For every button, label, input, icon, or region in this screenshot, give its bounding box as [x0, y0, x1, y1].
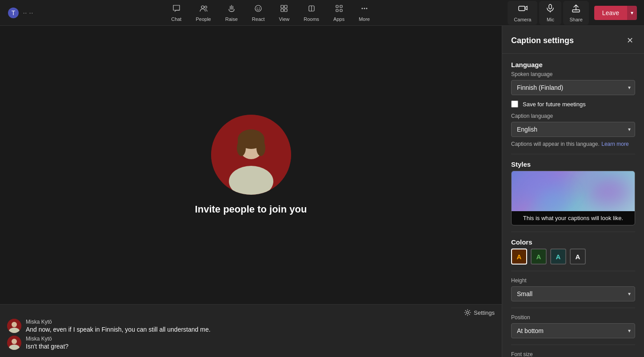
- caption-content-2: Miska Kytö Isn't that great?: [26, 336, 68, 350]
- avatar-image: [211, 115, 291, 195]
- nav-raise[interactable]: Raise: [219, 1, 244, 24]
- rooms-icon: [307, 4, 316, 15]
- svg-rect-10: [284, 9, 287, 12]
- position-select[interactable]: At bottom At top: [511, 323, 635, 338]
- spoken-language-select[interactable]: Finnish (Finland) English Spanish French…: [511, 80, 635, 95]
- more-icon: [360, 4, 369, 15]
- topbar-right: Camera Mic Share Leave ▾: [508, 1, 637, 25]
- font-size-section: Font size: [511, 351, 635, 357]
- svg-text:T: T: [12, 9, 16, 16]
- color-btn-white[interactable]: A: [570, 249, 586, 265]
- caption-language-wrapper: English Finnish Spanish French German ▾: [511, 122, 635, 137]
- captions-note-text: Captions will appear in this language.: [511, 141, 600, 147]
- divider-4: [511, 308, 635, 308]
- topbar-title: ·· ··: [23, 9, 33, 16]
- colors-section: Colors A A A A: [511, 238, 635, 265]
- spoken-language-wrapper: Finnish (Finland) English Spanish French…: [511, 80, 635, 95]
- caption-user-avatar-1: [7, 319, 21, 333]
- nav-more[interactable]: More: [352, 1, 376, 24]
- leave-chevron-button[interactable]: ▾: [627, 6, 637, 20]
- svg-point-3: [204, 6, 207, 8]
- color-btn-orange[interactable]: A: [511, 249, 527, 265]
- nav-chat-label: Chat: [171, 16, 181, 22]
- nav-apps[interactable]: Apps: [327, 1, 351, 24]
- nav-people-label: People: [196, 16, 211, 22]
- share-icon: [571, 4, 581, 16]
- svg-rect-13: [340, 5, 342, 8]
- captions-header: Settings: [7, 309, 495, 316]
- svg-point-16: [361, 8, 363, 9]
- height-label: Height: [511, 277, 635, 284]
- save-future-checkbox[interactable]: [511, 100, 518, 108]
- svg-point-29: [256, 140, 265, 156]
- nav-camera[interactable]: Camera: [508, 1, 537, 25]
- nav-people[interactable]: People: [189, 1, 217, 24]
- caption-language-field: Caption language English Finnish Spanish…: [511, 113, 635, 137]
- nav-camera-label: Camera: [514, 17, 531, 22]
- captions-settings-button[interactable]: Settings: [464, 309, 495, 316]
- nav-react[interactable]: React: [246, 1, 271, 24]
- divider-5: [511, 345, 635, 345]
- learn-more-link[interactable]: Learn more: [601, 141, 628, 147]
- preview-image: [512, 171, 635, 211]
- video-content: Invite people to join you: [0, 26, 502, 304]
- caption-row-2: Miska Kytö Isn't that great?: [7, 336, 495, 350]
- settings-label: Settings: [474, 309, 495, 316]
- caption-settings-panel: Caption settings ✕ Language Spoken langu…: [502, 26, 644, 357]
- panel-header: Caption settings ✕: [502, 26, 644, 54]
- view-icon: [280, 4, 288, 15]
- nav-share[interactable]: Share: [563, 1, 588, 25]
- height-wrapper: Small Medium Large ▾: [511, 286, 635, 301]
- captions-bar: Settings Miska Kytö And now, even if I s…: [0, 304, 502, 357]
- language-section-title: Language: [511, 61, 635, 68]
- preview-caption-text: This is what your captions will look lik…: [512, 211, 635, 225]
- nav-more-label: More: [359, 16, 370, 22]
- svg-rect-8: [284, 5, 287, 8]
- nav-view[interactable]: View: [273, 1, 296, 24]
- nav-raise-label: Raise: [225, 16, 238, 22]
- svg-point-32: [12, 322, 17, 327]
- height-select[interactable]: Small Medium Large: [511, 286, 635, 301]
- nav-share-label: Share: [569, 17, 582, 22]
- divider-3: [511, 271, 635, 271]
- caption-language-select[interactable]: English Finnish Spanish French German: [511, 122, 635, 137]
- language-section: Language Spoken language Finnish (Finlan…: [511, 61, 635, 148]
- svg-point-5: [257, 8, 258, 8]
- spoken-language-field: Spoken language Finnish (Finland) Englis…: [511, 71, 635, 95]
- react-icon: [254, 4, 263, 15]
- caption-row: Miska Kytö And now, even if I speak in F…: [7, 319, 495, 333]
- panel-body: Language Spoken language Finnish (Finlan…: [502, 54, 644, 357]
- camera-icon: [518, 4, 528, 16]
- nav-chat[interactable]: Chat: [165, 1, 188, 24]
- nav-react-label: React: [252, 16, 265, 22]
- save-future-label[interactable]: Save for future meetings: [523, 101, 586, 108]
- nav-mic-label: Mic: [547, 17, 554, 22]
- people-icon: [199, 4, 208, 15]
- panel-title: Caption settings: [511, 36, 574, 45]
- svg-rect-20: [549, 4, 552, 9]
- user-avatar: [211, 115, 291, 195]
- svg-point-35: [12, 339, 17, 344]
- svg-rect-7: [281, 5, 284, 8]
- main-content: Invite people to join you Settings: [0, 26, 644, 357]
- caption-user-avatar-2: [7, 336, 21, 350]
- svg-point-18: [366, 8, 367, 9]
- nav-mic[interactable]: Mic: [539, 1, 561, 25]
- caption-name-1: Miska Kytö: [26, 319, 211, 325]
- mic-icon: [545, 4, 555, 16]
- caption-avatar-2: [7, 336, 21, 350]
- chat-icon: [172, 4, 181, 15]
- divider-1: [511, 154, 635, 154]
- styles-preview-box[interactable]: This is what your captions will look lik…: [511, 171, 635, 225]
- color-btn-teal[interactable]: A: [550, 249, 566, 265]
- invite-text: Invite people to join you: [195, 204, 307, 215]
- color-btn-green[interactable]: A: [531, 249, 547, 265]
- svg-point-2: [201, 6, 204, 8]
- nav-rooms[interactable]: Rooms: [297, 1, 325, 24]
- teams-logo-icon: T: [7, 7, 20, 19]
- caption-avatar-1: [7, 319, 21, 333]
- styles-section-title: Styles: [511, 160, 635, 168]
- font-size-label: Font size: [511, 351, 635, 357]
- close-panel-button[interactable]: ✕: [625, 34, 635, 47]
- leave-button[interactable]: Leave: [594, 6, 627, 20]
